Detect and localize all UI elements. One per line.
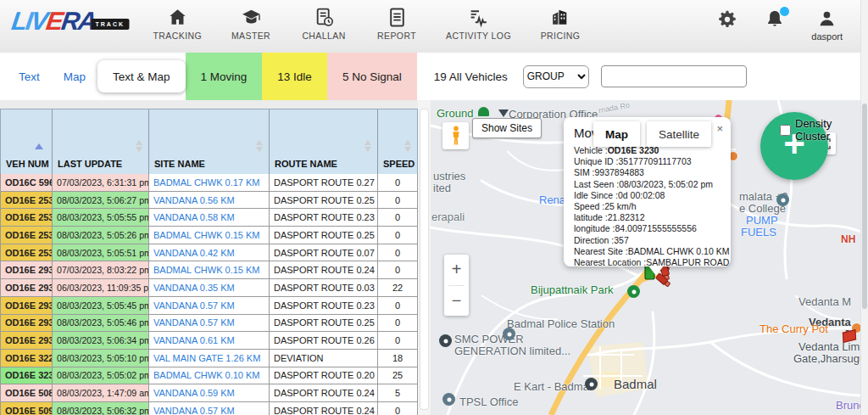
nav-label: MASTER (231, 31, 270, 41)
route-name-cell: DASPORT ROUTE 0.27 KM (270, 174, 378, 191)
col-speed[interactable]: SPEED (378, 109, 417, 174)
speed-cell: 25 (378, 367, 417, 384)
search-input[interactable] (601, 65, 747, 87)
table-row[interactable]: OD16E 253508/03/2023, 5:05:26 pmBADMAL C… (1, 227, 417, 244)
group-select[interactable]: GROUP (523, 65, 589, 88)
filter-moving[interactable]: 1 Moving (186, 53, 263, 100)
table-scrollbar[interactable] (420, 109, 429, 410)
map-type-control: Map Satellite (593, 121, 711, 147)
table-row[interactable]: OD16E 293007/03/2023, 8:03:22 pmBADMAL C… (1, 261, 417, 279)
user-menu[interactable]: dasport (811, 8, 843, 42)
route-name-cell: DASPORT ROUTE 0.03 KM (270, 279, 378, 296)
table-row[interactable]: OD16E 323008/03/2023, 5:05:02 pmBADMAL C… (1, 367, 417, 385)
density-cluster-toggle[interactable]: Density Cluster (780, 117, 861, 143)
col-veh-num[interactable]: VEH NUM (1, 109, 53, 174)
last-update-cell: 08/03/2023, 5:05:45 pm (53, 297, 149, 314)
close-icon[interactable]: × (716, 123, 723, 134)
speed-cell: 0 (378, 315, 417, 332)
veh-num-cell: OD16C 5961 (1, 174, 53, 191)
zoom-in-button[interactable]: + (444, 255, 469, 285)
map-label: Ground (437, 107, 473, 120)
scrollbar-thumb[interactable] (862, 104, 867, 309)
zoom-out-button[interactable]: − (444, 286, 469, 317)
filter-idle[interactable]: 13 Idle (262, 53, 327, 100)
site-name-link[interactable]: VANDANA 0.57 KM (149, 402, 270, 415)
pegman-control[interactable] (442, 122, 469, 149)
site-name-link[interactable]: VANDANA 0.56 KM (149, 192, 270, 209)
temple-poi-icon (478, 107, 489, 116)
page-scrollbar[interactable] (860, 0, 868, 415)
site-name-link[interactable]: VANDANA 0.57 KM (149, 315, 270, 332)
notifications-button[interactable] (764, 8, 786, 31)
speed-cell: 0 (378, 332, 417, 349)
table-row[interactable]: OD16E 293508/03/2023, 5:05:46 pmVANDANA … (1, 315, 417, 333)
view-toolbar: Text Map Text & Map 1 Moving 13 Idle 5 N… (0, 53, 868, 101)
filter-no-signal[interactable]: 5 No Signal (327, 53, 417, 100)
map-label: ustries (433, 170, 465, 182)
popup-field: Last Seen :08/03/2023, 5:05:02 pm (574, 179, 721, 190)
map-type-satellite-button[interactable]: Satellite (647, 121, 711, 147)
col-site-name[interactable]: SITE NAME (149, 109, 270, 174)
map-label: PUMP (746, 214, 778, 227)
table-row[interactable]: OD16C 596107/03/2023, 6:31:31 pmBADMAL C… (1, 174, 417, 192)
nav-activity-log[interactable]: ACTIVITY LOG (446, 7, 511, 41)
speed-cell: 18 (378, 350, 417, 367)
map-label: erapali (431, 210, 465, 223)
table-row[interactable]: OD16E 253408/03/2023, 5:05:55 pmVANDANA … (1, 209, 417, 227)
table-row[interactable]: OD16E 293308/03/2023, 5:05:45 pmVANDANA … (1, 297, 417, 315)
col-label: SITE NAME (154, 159, 205, 169)
pegman-icon (450, 126, 462, 146)
last-update-cell: 08/03/2023, 5:05:46 pm (53, 315, 149, 332)
show-sites-button[interactable]: Show Sites (472, 118, 542, 138)
tab-text-and-map[interactable]: Text & Map (97, 60, 186, 93)
nav-label: REPORT (377, 31, 416, 41)
last-update-cell: 07/03/2023, 6:31:31 pm (53, 174, 149, 191)
nav-tracking[interactable]: TRACKING (153, 7, 202, 41)
table-row[interactable]: OD16E 293808/03/2023, 5:06:34 pmVANDANA … (1, 332, 417, 350)
home-icon (167, 7, 188, 28)
site-name-link[interactable]: BADMAL CHWK 0.10 KM (149, 367, 270, 384)
col-route-name[interactable]: ROUTE NAME (270, 109, 378, 174)
site-name-link[interactable]: VANDANA 0.58 KM (149, 209, 270, 226)
last-update-cell: 07/03/2023, 8:03:22 pm (53, 261, 149, 278)
col-last-update[interactable]: LAST UPDATE (53, 109, 149, 174)
map-panel[interactable]: GroundCorporation Officernada Roustriesi… (431, 100, 861, 415)
density-cluster-checkbox[interactable] (780, 125, 791, 136)
veh-num-cell: OD16E 3230 (1, 367, 53, 384)
table-row[interactable]: OD16E 322908/03/2023, 5:05:10 pmVAL MAIN… (1, 350, 417, 367)
table-row[interactable]: OD16E 253208/03/2023, 5:06:27 pmVANDANA … (1, 192, 417, 210)
veh-num-cell: OD16E 2933 (1, 297, 53, 314)
nav-report[interactable]: REPORT (373, 7, 420, 41)
site-name-link[interactable]: VAL MAIN GATE 1.26 KM (149, 350, 270, 367)
site-name-link[interactable]: VANDANA 0.61 KM (149, 332, 270, 349)
table-row[interactable]: OD16E 508908/03/2023, 1:47:09 amVANDANA … (1, 384, 417, 402)
filter-all-vehicles[interactable]: 19 All Vehicles (434, 70, 508, 83)
site-name-link[interactable]: VANDANA 0.35 KM (149, 279, 270, 296)
speed-cell: 0 (378, 261, 417, 278)
veh-num-cell: OD16E 2535 (1, 227, 53, 244)
settings-button[interactable] (716, 8, 738, 31)
tab-text[interactable]: Text (0, 70, 52, 83)
site-name-link[interactable]: BADMAL CHWK 0.17 KM (149, 174, 270, 191)
table-row[interactable]: OD16E 293206/03/2023, 11:09:35 pmVANDANA… (1, 279, 417, 297)
map-label: Badmal (614, 377, 657, 391)
map-type-map-button[interactable]: Map (593, 121, 640, 147)
site-name-link[interactable]: VANDANA 0.57 KM (149, 297, 270, 314)
site-name-link[interactable]: BADMAL CHWK 0.15 KM (149, 227, 270, 244)
sort-icon (136, 140, 142, 152)
site-name-link[interactable]: VANDANA 0.42 KM (149, 244, 270, 261)
site-name-link[interactable]: VANDANA 0.59 KM (149, 384, 270, 401)
sort-asc-icon (35, 143, 43, 149)
nav-pricing[interactable]: PRICING (537, 7, 584, 41)
tab-map[interactable]: Map (52, 70, 97, 83)
map-label: Brunda (836, 399, 861, 412)
nav-label: TRACKING (153, 31, 202, 41)
site-name-link[interactable]: BADMAL CHWK 0.15 KM (149, 261, 270, 278)
popup-field: SIM :9937894883 (574, 167, 721, 178)
table-row[interactable]: OD16E 253608/03/2023, 5:05:51 pmVANDANA … (1, 244, 417, 262)
last-update-cell: 08/03/2023, 5:06:27 pm (53, 192, 149, 209)
logo[interactable]: LIVERA TRACK (10, 7, 131, 36)
nav-master[interactable]: MASTER (227, 7, 275, 41)
nav-challan[interactable]: CHALLAN (300, 7, 348, 41)
table-row[interactable]: OD16E 509108/03/2023, 5:06:32 pmVANDANA … (1, 402, 417, 415)
